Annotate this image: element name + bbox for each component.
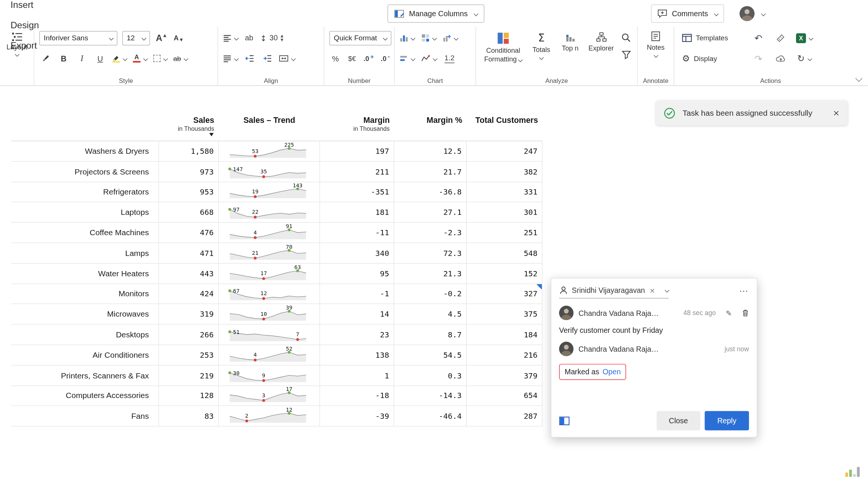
customers-cell[interactable]: 327 <box>467 284 542 304</box>
reply-button[interactable]: Reply <box>705 411 749 430</box>
close-button[interactable]: Close <box>657 411 700 430</box>
margin-cell[interactable]: 138 <box>320 345 394 365</box>
comment-marker[interactable] <box>536 284 542 289</box>
tab-insert[interactable]: Insert <box>10 0 39 14</box>
measure-button[interactable] <box>769 31 792 44</box>
margin-cell[interactable]: 181 <box>320 202 394 222</box>
customers-cell[interactable]: 382 <box>467 162 542 182</box>
trend-header[interactable]: Sales – Trend <box>219 115 320 141</box>
remove-assignee-icon[interactable]: × <box>649 286 655 294</box>
decrease-font-size-button[interactable]: A ▼ <box>172 31 184 44</box>
margin-cell[interactable]: 1 <box>320 365 394 385</box>
margin-cell[interactable]: -18 <box>320 386 394 406</box>
sales-cell[interactable]: 476 <box>159 223 219 243</box>
conditional-formatting-button[interactable]: ConditionalFormatting <box>483 31 524 64</box>
currency-format-button[interactable]: $€ <box>346 52 358 65</box>
customers-header[interactable]: Total Customers <box>467 115 542 141</box>
row-label-cell[interactable]: Washers & Dryers <box>11 141 159 161</box>
row-label-cell[interactable]: Refrigerators <box>11 182 159 202</box>
row-label-cell[interactable]: Monitors <box>11 284 159 304</box>
panel-view-icon[interactable] <box>559 416 570 425</box>
margin-cell[interactable]: 23 <box>320 325 394 345</box>
italic-button[interactable]: I <box>76 52 88 65</box>
sales-cell[interactable]: 83 <box>159 406 219 426</box>
margin-cell[interactable]: -1 <box>320 284 394 304</box>
search-icon[interactable] <box>621 33 631 43</box>
trend-cell[interactable]: 1763 <box>219 263 320 283</box>
margin-pct-cell[interactable]: 8.7 <box>394 325 466 345</box>
row-label-cell[interactable]: Desktops <box>11 325 159 345</box>
sales-cell[interactable]: 953 <box>159 182 219 202</box>
underline-button[interactable]: U <box>94 52 106 65</box>
sales-cell[interactable]: 668 <box>159 202 219 222</box>
trend-cell[interactable]: 53225 <box>219 141 320 161</box>
customers-cell[interactable]: 287 <box>467 406 542 426</box>
customers-cell[interactable]: 251 <box>467 223 542 243</box>
sort-desc-icon[interactable] <box>209 133 214 136</box>
margin-cell[interactable]: 197 <box>320 141 394 161</box>
margin-pct-cell[interactable]: -14.3 <box>394 386 466 406</box>
horizontal-align-button[interactable] <box>223 31 238 44</box>
customers-cell[interactable]: 184 <box>467 325 542 345</box>
margin-header[interactable]: Margin in Thousands <box>320 115 394 141</box>
margin-pct-cell[interactable]: 72.3 <box>394 243 466 263</box>
margin-pct-cell[interactable]: 54.5 <box>394 345 466 365</box>
row-height-control[interactable]: ↕ 30 ▲ ▼ <box>260 31 283 44</box>
sales-cell[interactable]: 1,580 <box>159 141 219 161</box>
quick-format-select[interactable]: Quick Format <box>329 31 391 45</box>
edit-comment-icon[interactable]: ✎ <box>726 309 732 317</box>
trend-cell[interactable]: 1039 <box>219 304 320 324</box>
row-height-increase[interactable]: ▲ <box>281 34 283 38</box>
font-size-select[interactable]: 12 <box>122 31 150 45</box>
data-labels-button[interactable]: 1.2 <box>443 52 455 65</box>
row-label-cell[interactable]: Lamps <box>11 243 159 263</box>
trend-cell[interactable]: 452 <box>219 345 320 365</box>
merge-cells-button[interactable] <box>279 52 295 65</box>
sales-cell[interactable]: 443 <box>159 263 219 283</box>
row-label-cell[interactable]: Printers, Scanners & Fax <box>11 365 159 385</box>
format-painter-button[interactable] <box>39 52 51 65</box>
comment-menu-icon[interactable]: ⋯ <box>739 286 749 296</box>
margin-pct-cell[interactable]: -0.2 <box>394 284 466 304</box>
borders-button[interactable] <box>153 52 167 65</box>
top-n-button[interactable]: Top n <box>559 31 581 52</box>
row-label-cell[interactable]: Water Heaters <box>11 263 159 283</box>
margin-pct-cell[interactable]: 21.7 <box>394 162 466 182</box>
margin-pct-cell[interactable]: 12.5 <box>394 141 466 161</box>
margin-cell[interactable]: 14 <box>320 304 394 324</box>
notes-button[interactable]: Notes <box>640 29 672 57</box>
sales-cell[interactable]: 319 <box>159 304 219 324</box>
row-label-cell[interactable]: Air Conditioners <box>11 345 159 365</box>
margin-cell[interactable]: 211 <box>320 162 394 182</box>
trend-cell[interactable]: 2170 <box>219 243 320 263</box>
delete-comment-icon[interactable] <box>742 309 749 317</box>
sales-cell[interactable]: 219 <box>159 365 219 385</box>
customers-cell[interactable]: 331 <box>467 182 542 202</box>
toast-close-icon[interactable]: × <box>833 108 840 118</box>
margin-cell[interactable]: -11 <box>320 223 394 243</box>
manage-columns-button[interactable]: Manage Columns <box>388 5 484 23</box>
font-color-button[interactable]: A <box>133 52 147 65</box>
sales-cell[interactable]: 128 <box>159 386 219 406</box>
row-label-cell[interactable]: Coffee Machines <box>11 223 159 243</box>
refresh-button[interactable]: ↻ <box>792 52 817 65</box>
customers-cell[interactable]: 379 <box>467 365 542 385</box>
row-label-header[interactable] <box>11 115 159 141</box>
trend-cell[interactable]: 1267 <box>219 284 320 304</box>
user-avatar-button[interactable] <box>740 6 765 21</box>
row-label-cell[interactable]: Fans <box>11 406 159 426</box>
comments-button[interactable]: Comments <box>651 5 724 23</box>
margin-cell[interactable]: 95 <box>320 263 394 283</box>
publish-button[interactable] <box>769 52 792 65</box>
decrease-decimal-button[interactable]: .0 - <box>379 52 391 65</box>
margin-pct-header[interactable]: Margin % <box>394 115 466 141</box>
row-label-cell[interactable]: Laptops <box>11 202 159 222</box>
trend-cell[interactable]: 930 <box>219 365 320 385</box>
margin-cell[interactable]: -39 <box>320 406 394 426</box>
font-family-select[interactable]: Inforiver Sans <box>39 31 117 45</box>
filter-icon[interactable] <box>621 51 631 60</box>
sales-cell[interactable]: 253 <box>159 345 219 365</box>
trend-cell[interactable]: 317 <box>219 386 320 406</box>
sales-cell[interactable]: 424 <box>159 284 219 304</box>
layout-button[interactable]: Layout <box>2 29 32 56</box>
